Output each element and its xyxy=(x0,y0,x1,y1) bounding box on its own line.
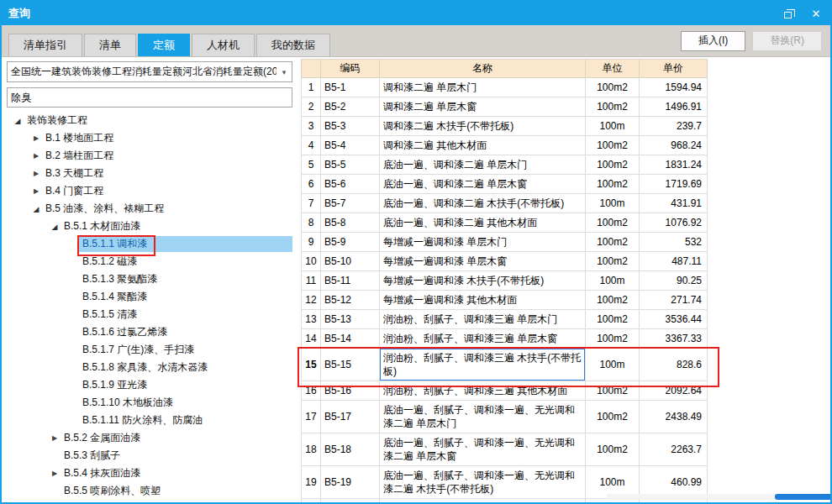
tree-item[interactable]: ▶B.5.4 抹灰面油漆 xyxy=(7,465,292,482)
tab-quota[interactable]: 定额 xyxy=(138,34,190,56)
cell-unit[interactable]: 100m2 xyxy=(586,401,640,433)
expand-arrow-icon[interactable]: ◢ xyxy=(12,117,24,125)
row-number[interactable]: 15 xyxy=(302,349,321,381)
cell-unit[interactable]: 100m2 xyxy=(586,291,640,310)
row-number[interactable]: 14 xyxy=(302,329,321,349)
expand-arrow-icon[interactable]: ◢ xyxy=(49,223,61,231)
collapse-arrow-icon[interactable]: ▶ xyxy=(30,187,42,195)
cell-code[interactable]: B5-13 xyxy=(321,310,380,329)
collapse-arrow-icon[interactable]: ▶ xyxy=(30,170,42,177)
table-row[interactable]: 13B5-13润油粉、刮腻子、调和漆三遍 单层木门100m23536.44 xyxy=(302,310,708,329)
cell-code[interactable]: B5-2 xyxy=(321,97,380,117)
cell-unit[interactable]: 100m2 xyxy=(586,310,640,329)
row-number[interactable]: 4 xyxy=(302,136,321,155)
tab-my-data[interactable]: 我的数据 xyxy=(256,34,330,56)
tree-item[interactable]: B.5.1.4 聚酯漆 xyxy=(7,288,292,306)
tree-item[interactable]: B.5.1.3 聚氨酯漆 xyxy=(7,270,292,288)
tree-item[interactable]: B.5.1.9 亚光漆 xyxy=(7,376,292,394)
row-number[interactable]: 2 xyxy=(302,97,321,117)
table-row[interactable]: 10B5-10每增减一遍调和漆 单层木窗100m2487.11 xyxy=(302,252,708,271)
cell-unit[interactable]: 100m2 xyxy=(586,433,640,466)
cell-name[interactable]: 底油一遍、调和漆二遍 单层木窗 xyxy=(380,175,586,194)
tab-list-guide[interactable]: 清单指引 xyxy=(8,34,82,56)
row-number[interactable]: 11 xyxy=(302,271,321,291)
cell-unit[interactable]: 100m xyxy=(586,271,640,291)
table-row[interactable]: 17B5-17底油一遍、刮腻子、调和漆一遍、无光调和漆二遍 单层木门100m22… xyxy=(302,401,708,433)
row-number[interactable]: 17 xyxy=(302,401,321,433)
cell-unit[interactable]: 100m2 xyxy=(586,213,640,233)
cell-unit[interactable]: 100m2 xyxy=(586,155,640,175)
cell-price[interactable]: 2092.64 xyxy=(640,381,708,401)
cell-price[interactable]: 239.7 xyxy=(640,117,708,136)
tree-item[interactable]: ▶B.2 墙柱面工程 xyxy=(7,147,292,165)
row-number[interactable]: 5 xyxy=(302,155,321,175)
cell-code[interactable]: B5-7 xyxy=(321,194,380,213)
row-number[interactable]: 1 xyxy=(302,78,321,97)
cell-name[interactable]: 调和漆二遍 其他木材面 xyxy=(380,136,586,155)
cell-name[interactable]: 调和漆二遍 单层木窗 xyxy=(380,97,586,117)
scrollbar-thumb[interactable] xyxy=(775,494,830,500)
cell-price[interactable]: 487.11 xyxy=(640,252,708,271)
cell-name[interactable]: 底油一遍、刮腻子、调和漆一遍、无光调和漆二遍 单层木门 xyxy=(380,401,586,433)
cell-name[interactable]: 每增减一遍调和漆 木扶手(不带托板) xyxy=(380,271,586,291)
cell-price[interactable]: 828.6 xyxy=(640,349,708,381)
quota-library-dropdown[interactable]: 全国统一建筑装饰装修工程消耗量定额河北省消耗量定额(2012) ▾ xyxy=(7,61,292,82)
row-number[interactable]: 12 xyxy=(302,291,321,310)
tree-item[interactable]: ▶B.5.2 金属面油漆 xyxy=(7,429,292,447)
cell-code[interactable]: B5-18 xyxy=(321,433,380,466)
cell-code[interactable]: B5-11 xyxy=(321,271,380,291)
cell-price[interactable]: 271.74 xyxy=(640,291,708,310)
cell-name[interactable]: 底油一遍、刮腻子、调和漆一遍、无光调和漆二遍 其他木材面 xyxy=(380,499,586,503)
cell-name[interactable]: 每增减一遍调和漆 单层木窗 xyxy=(380,252,586,271)
row-number[interactable]: 9 xyxy=(302,233,321,252)
table-row[interactable]: 3B5-3调和漆二遍 木扶手(不带托板)100m239.7 xyxy=(302,117,708,136)
row-number[interactable]: 3 xyxy=(302,117,321,136)
row-number[interactable]: 10 xyxy=(302,252,321,271)
collapse-arrow-icon[interactable]: ▶ xyxy=(49,470,61,477)
cell-unit[interactable]: 100m2 xyxy=(586,381,640,401)
collapse-arrow-icon[interactable]: ▶ xyxy=(30,134,42,142)
cell-unit[interactable]: 100m2 xyxy=(586,136,640,155)
cell-name[interactable]: 调和漆二遍 单层木门 xyxy=(380,78,586,97)
tree-item[interactable]: B.5.1.2 磁漆 xyxy=(7,253,292,270)
table-row[interactable]: 4B5-4调和漆二遍 其他木材面100m2968.24 xyxy=(302,136,708,155)
cell-code[interactable]: B5-14 xyxy=(321,329,380,349)
tree-item[interactable]: ▶B.1 楼地面工程 xyxy=(7,129,292,147)
tree-item[interactable]: B.5.1.8 家具漆、水清木器漆 xyxy=(7,359,292,376)
row-number[interactable]: 6 xyxy=(302,175,321,194)
cell-name[interactable]: 调和漆二遍 木扶手(不带托板) xyxy=(380,117,586,136)
cell-name[interactable]: 底油一遍、刮腻子、调和漆一遍、无光调和漆二遍 木扶手(不带托板) xyxy=(380,466,586,499)
cell-unit[interactable]: 100m2 xyxy=(586,97,640,117)
table-row[interactable]: 11B5-11每增减一遍调和漆 木扶手(不带托板)100m90.25 xyxy=(302,271,708,291)
cell-price[interactable]: 1719.69 xyxy=(640,175,708,194)
cell-unit[interactable]: 100m xyxy=(586,194,640,213)
tree-item[interactable]: B.5.5 喷刷涂料、喷塑 xyxy=(7,482,292,500)
row-number[interactable]: 13 xyxy=(302,310,321,329)
table-row[interactable]: 6B5-6底油一遍、调和漆二遍 单层木窗100m21719.69 xyxy=(302,175,708,194)
table-row[interactable]: 5B5-5底油一遍、调和漆二遍 单层木门100m21831.24 xyxy=(302,155,708,175)
cell-code[interactable]: B5-16 xyxy=(321,381,380,401)
close-button[interactable]: ✕ xyxy=(802,2,830,25)
cell-price[interactable]: 431.91 xyxy=(640,194,708,213)
insert-button[interactable]: 插入(I) xyxy=(681,31,745,51)
expand-arrow-icon[interactable]: ◢ xyxy=(30,205,42,213)
cell-name[interactable]: 润油粉、刮腻子、调和漆三遍 木扶手(不带托板) xyxy=(380,349,586,381)
cell-price[interactable]: 1076.92 xyxy=(640,213,708,233)
table-row[interactable]: 16B5-16润油粉、刮腻子、调和漆三遍 其他木材面100m22092.64 xyxy=(302,381,708,401)
table-row[interactable]: 18B5-18底油一遍、刮腻子、调和漆一遍、无光调和漆二遍 单层木窗100m22… xyxy=(302,433,708,466)
table-row[interactable]: 7B5-7底油一遍、调和漆二遍 木扶手(不带托板)100m431.91 xyxy=(302,194,708,213)
tree-item[interactable]: ◢装饰装修工程 xyxy=(7,112,292,129)
tree-item[interactable]: B.5.1.5 清漆 xyxy=(7,306,292,323)
cell-name[interactable]: 每增减一遍调和漆 单层木门 xyxy=(380,233,586,252)
replace-button[interactable]: 替换(R) xyxy=(752,31,822,51)
cell-price[interactable]: 2263.7 xyxy=(640,433,708,466)
tree-item[interactable]: B.5.1.6 过氯乙烯漆 xyxy=(7,323,292,341)
cell-code[interactable]: B5-20 xyxy=(321,499,380,503)
tab-list[interactable]: 清单 xyxy=(84,34,136,56)
restore-button[interactable] xyxy=(773,2,802,25)
cell-price[interactable]: 1594.94 xyxy=(640,78,708,97)
row-number[interactable]: 20 xyxy=(302,499,321,503)
cell-name[interactable]: 底油一遍、调和漆二遍 木扶手(不带托板) xyxy=(380,194,586,213)
cell-name[interactable]: 润油粉、刮腻子、调和漆三遍 其他木材面 xyxy=(380,381,586,401)
cell-code[interactable]: B5-10 xyxy=(321,252,380,271)
